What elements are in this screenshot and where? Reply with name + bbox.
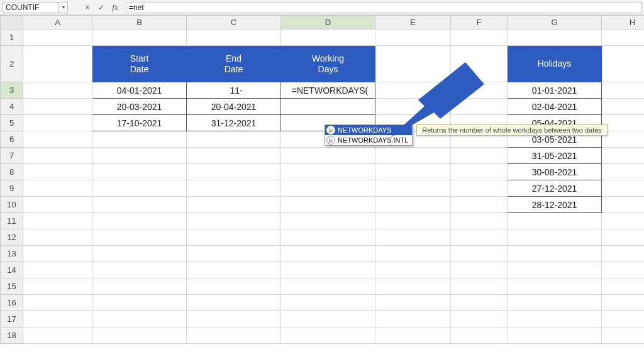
- row-header[interactable]: 5: [1, 115, 23, 131]
- cell[interactable]: [187, 278, 281, 295]
- formula-autocomplete-item[interactable]: fx NETWORKDAYS.INTL: [325, 135, 412, 145]
- cell[interactable]: [92, 131, 187, 148]
- cell[interactable]: [375, 82, 451, 99]
- cell[interactable]: [375, 295, 451, 311]
- cell[interactable]: [92, 180, 187, 197]
- cell[interactable]: [451, 30, 508, 46]
- cell[interactable]: [375, 30, 451, 46]
- cell-end-date[interactable]: 20-04-2021: [187, 99, 281, 115]
- cell[interactable]: [281, 278, 375, 295]
- cell[interactable]: [187, 229, 281, 246]
- cell[interactable]: [187, 327, 281, 344]
- cell[interactable]: [451, 213, 508, 229]
- cell[interactable]: [92, 213, 187, 229]
- cell[interactable]: [375, 213, 451, 229]
- cell[interactable]: [281, 295, 375, 311]
- spreadsheet-grid[interactable]: A B C D E F G H 1 2 StartDate EndDate W: [0, 15, 644, 344]
- cell-holiday[interactable]: 30-08-2021: [508, 164, 602, 180]
- row-header[interactable]: 11: [1, 213, 23, 229]
- cell[interactable]: [375, 197, 451, 213]
- cell[interactable]: [375, 311, 451, 327]
- cell[interactable]: [23, 46, 92, 82]
- cell[interactable]: [508, 262, 602, 278]
- cell[interactable]: [602, 246, 645, 262]
- cell[interactable]: [602, 131, 645, 148]
- cell[interactable]: [375, 164, 451, 180]
- cell[interactable]: [451, 311, 508, 327]
- table-header-working-days[interactable]: WorkingDays: [281, 46, 375, 82]
- cell[interactable]: [451, 197, 508, 213]
- cell[interactable]: [23, 30, 92, 46]
- cell[interactable]: [602, 148, 645, 164]
- row-header[interactable]: 2: [1, 46, 23, 82]
- cell[interactable]: [281, 180, 375, 197]
- cell[interactable]: [92, 311, 187, 327]
- cell[interactable]: [23, 262, 92, 278]
- row-header[interactable]: 18: [1, 327, 23, 344]
- cell[interactable]: [451, 327, 508, 344]
- cell[interactable]: [508, 213, 602, 229]
- row-header[interactable]: 7: [1, 148, 23, 164]
- cell[interactable]: [92, 197, 187, 213]
- cell[interactable]: [187, 30, 281, 46]
- cell[interactable]: [508, 246, 602, 262]
- cell[interactable]: [451, 164, 508, 180]
- cell[interactable]: [187, 197, 281, 213]
- cell[interactable]: [375, 148, 451, 164]
- cell[interactable]: [23, 213, 92, 229]
- col-header-C[interactable]: C: [187, 16, 281, 30]
- cell-working-days[interactable]: [281, 99, 375, 115]
- col-header-G[interactable]: G: [508, 16, 602, 30]
- cell[interactable]: [508, 327, 602, 344]
- cell[interactable]: [375, 246, 451, 262]
- cell[interactable]: [451, 148, 508, 164]
- cell[interactable]: [187, 148, 281, 164]
- cell[interactable]: [602, 295, 645, 311]
- row-header[interactable]: 17: [1, 311, 23, 327]
- cell[interactable]: [451, 82, 508, 99]
- cell-end-date[interactable]: 31-12-2021: [187, 115, 281, 131]
- cell[interactable]: [451, 262, 508, 278]
- cell[interactable]: [92, 262, 187, 278]
- cell[interactable]: [602, 262, 645, 278]
- col-header-F[interactable]: F: [451, 16, 508, 30]
- cell[interactable]: [451, 229, 508, 246]
- cell[interactable]: [23, 229, 92, 246]
- cell[interactable]: [602, 197, 645, 213]
- cell-end-date[interactable]: 11-: [187, 82, 281, 99]
- cell[interactable]: [602, 99, 645, 115]
- cell[interactable]: [451, 46, 508, 82]
- row-header[interactable]: 13: [1, 246, 23, 262]
- cell[interactable]: [281, 327, 375, 344]
- cell[interactable]: [451, 180, 508, 197]
- cell[interactable]: [23, 327, 92, 344]
- cell[interactable]: [451, 295, 508, 311]
- cell[interactable]: [281, 197, 375, 213]
- cell[interactable]: [451, 246, 508, 262]
- cell[interactable]: [23, 82, 92, 99]
- cell[interactable]: [187, 180, 281, 197]
- cell-start-date[interactable]: 04-01-2021: [92, 82, 187, 99]
- cell[interactable]: [187, 246, 281, 262]
- formula-autocomplete-list[interactable]: fx NETWORKDAYS fx NETWORKDAYS.INTL: [325, 124, 413, 146]
- cell[interactable]: [508, 229, 602, 246]
- cell[interactable]: [23, 148, 92, 164]
- cell-holiday[interactable]: 01-01-2021: [508, 82, 602, 99]
- cell[interactable]: [187, 131, 281, 148]
- cell[interactable]: [508, 311, 602, 327]
- row-header[interactable]: 6: [1, 131, 23, 148]
- cell[interactable]: [602, 229, 645, 246]
- cell[interactable]: [508, 295, 602, 311]
- cell[interactable]: [375, 229, 451, 246]
- cell-holiday[interactable]: 27-12-2021: [508, 180, 602, 197]
- cell[interactable]: [23, 278, 92, 295]
- cell[interactable]: [375, 278, 451, 295]
- cell[interactable]: [451, 99, 508, 115]
- cell[interactable]: [23, 295, 92, 311]
- cell[interactable]: [281, 262, 375, 278]
- row-header[interactable]: 8: [1, 164, 23, 180]
- cell[interactable]: [187, 164, 281, 180]
- cell[interactable]: [92, 30, 187, 46]
- cell[interactable]: [375, 99, 451, 115]
- cell[interactable]: [281, 213, 375, 229]
